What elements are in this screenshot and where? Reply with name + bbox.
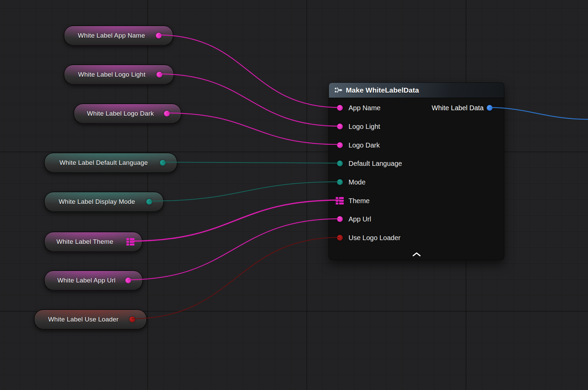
output-pin-default-language[interactable] bbox=[160, 160, 166, 166]
wire-use-loader bbox=[132, 237, 340, 319]
input-pin-label: Logo Light bbox=[349, 123, 380, 131]
input-pin-logo-light[interactable] bbox=[337, 124, 343, 130]
input-pin-label: Mode bbox=[349, 178, 365, 186]
chevron-up-icon bbox=[412, 252, 421, 256]
pin-row-app-name: App Name White Label Data bbox=[329, 99, 504, 117]
output-pin-logo-light[interactable] bbox=[156, 72, 162, 78]
pin-row-logo-dark: Logo Dark bbox=[329, 136, 504, 154]
node-title: Make WhiteLabelData bbox=[346, 86, 419, 94]
getter-label: White Label Display Mode bbox=[49, 192, 144, 211]
getter-node-logo-dark[interactable]: White Label Logo Dark bbox=[74, 103, 182, 124]
getter-node-theme[interactable]: White Label Theme bbox=[44, 232, 143, 252]
getter-node-app-name[interactable]: White Label App Name bbox=[64, 25, 173, 46]
getter-label: White Label App Name bbox=[69, 26, 154, 45]
output-pin-app-name[interactable] bbox=[156, 33, 162, 39]
pin-row-use-logo-loader: Use Logo Loader bbox=[329, 229, 504, 247]
getter-label: White Label App Url bbox=[49, 271, 123, 290]
input-pin-mode[interactable] bbox=[337, 179, 343, 185]
getter-node-use-loader[interactable]: White Label Use Loader bbox=[34, 309, 147, 330]
wire-logo-light bbox=[159, 74, 340, 126]
pin-row-mode: Mode bbox=[329, 173, 504, 192]
input-pin-app-url[interactable] bbox=[337, 216, 343, 222]
pin-row-app-url: App Url bbox=[329, 210, 504, 229]
output-pin-use-loader[interactable] bbox=[129, 317, 135, 323]
node-header[interactable]: Make WhiteLabelData bbox=[329, 83, 504, 98]
getter-label: White Label Logo Dark bbox=[79, 104, 162, 123]
getter-node-default-language[interactable]: White Label Default Language bbox=[44, 153, 177, 173]
output-pin-label: White Label Data bbox=[432, 104, 484, 112]
struct-pin-icon[interactable] bbox=[126, 238, 135, 246]
getter-label: White Label Theme bbox=[49, 232, 120, 251]
pin-row-default-language: Default Language bbox=[329, 154, 504, 173]
wire-display-mode bbox=[149, 182, 340, 201]
input-pin-label: Use Logo Loader bbox=[349, 234, 400, 242]
getter-label: White Label Logo Light bbox=[69, 65, 154, 84]
input-pin-use-logo-loader[interactable] bbox=[337, 235, 343, 241]
output-pin-app-url[interactable] bbox=[125, 278, 131, 284]
input-pin-logo-dark[interactable] bbox=[337, 142, 343, 148]
input-pin-label: Default Language bbox=[349, 160, 402, 168]
getter-label: White Label Use Loader bbox=[39, 310, 127, 329]
input-pin-label: App Name bbox=[349, 104, 381, 112]
output-pin-white-label-data[interactable] bbox=[487, 105, 492, 111]
getter-node-display-mode[interactable]: White Label Display Mode bbox=[44, 192, 164, 212]
input-pin-app-name[interactable] bbox=[337, 105, 343, 111]
output-pin-logo-dark[interactable] bbox=[164, 111, 170, 117]
pin-row-theme: Theme bbox=[329, 191, 504, 210]
input-pin-label: Logo Dark bbox=[349, 141, 380, 149]
getter-node-logo-light[interactable]: White Label Logo Light bbox=[64, 64, 174, 85]
input-pin-default-language[interactable] bbox=[337, 161, 343, 167]
struct-pin-icon[interactable] bbox=[336, 197, 344, 204]
blueprint-canvas[interactable]: White Label App Name White Label Logo Li… bbox=[0, 0, 588, 390]
input-pin-label: App Url bbox=[349, 215, 371, 223]
getter-label: White Label Default Language bbox=[49, 153, 158, 172]
make-struct-icon bbox=[334, 87, 342, 94]
input-pin-label: Theme bbox=[349, 197, 370, 204]
make-whitelabeldata-node[interactable]: Make WhiteLabelData App Name White Label… bbox=[329, 82, 504, 260]
pin-row-logo-light: Logo Light bbox=[329, 117, 504, 136]
wire-logo-dark bbox=[166, 113, 340, 144]
getter-node-app-url[interactable]: White Label App Url bbox=[44, 270, 143, 291]
wire-app-url bbox=[128, 219, 340, 280]
collapse-node-button[interactable] bbox=[409, 251, 424, 258]
wire-app-name bbox=[158, 35, 340, 108]
wire-default-language bbox=[162, 162, 340, 163]
output-pin-display-mode[interactable] bbox=[146, 199, 152, 205]
